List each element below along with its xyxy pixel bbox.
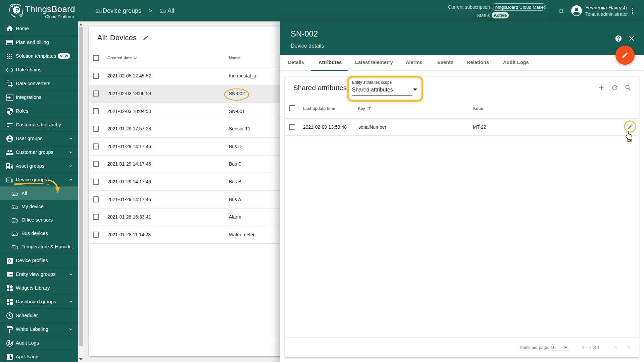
svg-text:D: D (8, 258, 11, 263)
